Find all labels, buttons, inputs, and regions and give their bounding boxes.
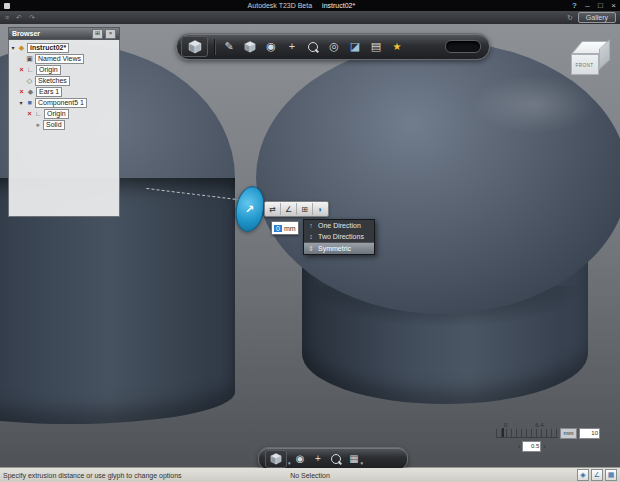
cube-icon	[188, 40, 202, 54]
menu-item-symmetric[interactable]: ⇕ Symmetric	[304, 242, 374, 254]
3d-viewport[interactable]: Browser ⊞ × ▾ ◆ instruct02* ▣ Named View…	[0, 24, 620, 468]
tree-item-solid[interactable]: ● Solid	[9, 119, 119, 130]
sketch-pencil-button[interactable]: ✎	[219, 37, 239, 56]
flip-direction-button[interactable]: ⇄	[265, 203, 281, 215]
zoom-button[interactable]	[328, 450, 345, 467]
ruler-start-label: 0	[504, 422, 507, 428]
two-directions-icon: ↕	[307, 233, 315, 240]
step-up-button[interactable]: ›	[543, 443, 545, 451]
tree-item-component[interactable]: ▾ ■ Component5 1	[9, 97, 119, 108]
app-toolbar: ≡ ↶ ↷ ↻ Gallery	[0, 11, 620, 25]
view-cube-front-face[interactable]: FRONT	[571, 54, 599, 75]
twisty-icon[interactable]: ▾	[9, 44, 17, 51]
selection-filter-icon[interactable]: ◈	[577, 469, 589, 481]
distance-input[interactable]: 0 mm	[271, 221, 299, 235]
redo-icon[interactable]: ↷	[29, 14, 35, 22]
visibility-off-icon[interactable]: ×	[17, 88, 26, 95]
solid-icon: ●	[33, 121, 42, 128]
gallery-button[interactable]: Gallery	[578, 12, 616, 23]
visibility-off-icon[interactable]: ×	[17, 66, 26, 73]
one-direction-icon: ↑	[307, 222, 315, 229]
titlebar: Autodesk T23D Beta instruct02* ? – □ ×	[0, 0, 620, 11]
units-box[interactable]: mm	[560, 428, 577, 439]
dropdown-caret-icon[interactable]: ▾	[361, 460, 364, 466]
extrude-arrow-icon: ↗	[245, 203, 254, 216]
app-window: Autodesk T23D Beta instruct02* ? – □ × ≡…	[0, 0, 620, 482]
cube-icon	[270, 453, 282, 465]
tree-item-sketches[interactable]: ◇ Sketches	[9, 75, 119, 86]
menu-item-two-directions[interactable]: ↕ Two Directions	[304, 231, 374, 242]
look-at-button[interactable]: ◎	[324, 37, 344, 56]
app-title: Autodesk T23D Beta	[248, 2, 312, 9]
grid-icon[interactable]: ▦	[605, 469, 617, 481]
ruler-end-label: 6.4	[535, 422, 543, 428]
tree-item-document[interactable]: ▾ ◆ instruct02*	[9, 42, 119, 53]
maximize-button[interactable]: □	[594, 0, 607, 11]
assembly-icon: ◆	[17, 44, 26, 52]
scale-ruler[interactable]	[496, 429, 558, 438]
browser-close-button[interactable]: ×	[105, 29, 116, 39]
browser-panel-title: Browser	[12, 30, 40, 37]
tree-item-origin[interactable]: × ∟ Origin	[9, 64, 119, 75]
pan-button[interactable]: +	[310, 450, 327, 467]
feature-icon: ◆	[26, 88, 35, 96]
marking-menu-button[interactable]	[181, 36, 208, 57]
ruler-marker[interactable]	[502, 428, 504, 437]
distance-unit: mm	[284, 225, 296, 232]
orbit-button[interactable]: ◉	[261, 37, 281, 56]
close-button[interactable]: ×	[607, 0, 620, 11]
tree-item-named-views[interactable]: ▣ Named Views	[9, 53, 119, 64]
visibility-off-icon[interactable]: ×	[25, 110, 34, 117]
toolbar-divider	[214, 39, 216, 55]
origin-icon: ∟	[26, 66, 35, 73]
dropdown-caret-icon[interactable]: ▾	[288, 460, 291, 466]
tree-item-ears[interactable]: × ◆ Ears 1	[9, 86, 119, 97]
view-cube[interactable]: FRONT	[562, 38, 612, 86]
status-bar: Specify extrusion distance or use glyph …	[0, 467, 620, 482]
operation-button[interactable]: ⊞	[297, 203, 313, 215]
undo-icon[interactable]: ↶	[16, 14, 22, 22]
status-hint-text: Specify extrusion distance or use glyph …	[3, 472, 182, 479]
tree-item-component-origin[interactable]: × ∟ Origin	[9, 108, 119, 119]
selection-status-text: No Selection	[290, 472, 330, 479]
toolbar-grip-handle[interactable]	[445, 40, 481, 53]
step-down-button[interactable]: ‹	[518, 443, 520, 451]
component-icon: ■	[25, 99, 34, 106]
minimize-button[interactable]: –	[581, 0, 594, 11]
sketch-icon: ◇	[25, 77, 34, 85]
help-icon[interactable]: ?	[568, 0, 581, 11]
home-view-button[interactable]	[265, 450, 287, 468]
main-toolbar: ✎ ◉ + ◎ ◪ ▤ ★	[176, 33, 490, 60]
snap-icon[interactable]: ∠	[591, 469, 603, 481]
extent-type-button[interactable]: ◗	[313, 203, 328, 215]
magnifier-icon	[331, 454, 341, 464]
zoom-button[interactable]	[303, 37, 323, 56]
browser-options-button[interactable]: ⊞	[92, 29, 103, 39]
grid-scale-widget: 0 6.4 mm 10 ‹ 0.5 ›	[496, 420, 616, 452]
pattern-button[interactable]: ▤	[366, 37, 386, 56]
orbit-button[interactable]: ◉	[292, 450, 309, 467]
taper-angle-button[interactable]: ∠	[281, 203, 297, 215]
extrude-mini-toolbar: ⇄ ∠ ⊞ ◗	[264, 201, 329, 217]
app-menu-icon[interactable]: ≡	[5, 14, 9, 22]
extent-dropdown-menu: ↑ One Direction ↕ Two Directions ⇕ Symme…	[303, 219, 375, 255]
pan-button[interactable]: +	[282, 37, 302, 56]
primitives-button[interactable]	[240, 37, 260, 56]
navigation-toolbar: ▾ ◉ + ▦ ▾	[258, 447, 408, 468]
app-icon	[4, 3, 10, 9]
window-title: Autodesk T23D Beta instruct02*	[248, 2, 356, 9]
distance-value: 0	[274, 225, 282, 232]
favorites-star-button[interactable]: ★	[387, 37, 407, 56]
box-icon	[244, 41, 256, 53]
document-title: instruct02*	[322, 2, 355, 9]
section-view-button[interactable]: ◪	[345, 37, 365, 56]
minor-step-box[interactable]: 0.5	[522, 441, 541, 452]
browser-panel: Browser ⊞ × ▾ ◆ instruct02* ▣ Named View…	[8, 27, 120, 217]
camera-icon: ▣	[25, 55, 34, 63]
major-spacing-box[interactable]: 10	[579, 428, 600, 439]
twisty-icon[interactable]: ▾	[17, 99, 25, 106]
sync-icon[interactable]: ↻	[567, 14, 573, 22]
origin-icon: ∟	[34, 110, 43, 117]
menu-item-one-direction[interactable]: ↑ One Direction	[304, 220, 374, 231]
magnifier-icon	[308, 42, 318, 52]
